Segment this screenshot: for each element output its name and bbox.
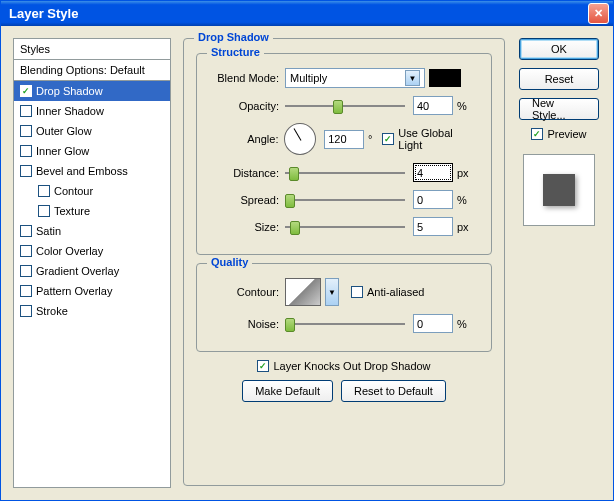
style-item-bevel-and-emboss[interactable]: Bevel and Emboss <box>14 161 170 181</box>
close-icon: ✕ <box>594 7 603 20</box>
spread-slider[interactable] <box>285 192 405 208</box>
style-item-label: Inner Glow <box>36 145 89 157</box>
checkbox-icon <box>20 165 32 177</box>
blend-mode-value: Multiply <box>290 72 327 84</box>
quality-group: Quality Contour: ▼ Anti-aliased Noise: <box>196 263 492 352</box>
style-item-satin[interactable]: Satin <box>14 221 170 241</box>
preview-checkbox[interactable]: Preview <box>531 128 586 140</box>
opacity-input[interactable]: 40 <box>413 96 453 115</box>
style-item-label: Satin <box>36 225 61 237</box>
style-item-color-overlay[interactable]: Color Overlay <box>14 241 170 261</box>
reset-default-button[interactable]: Reset to Default <box>341 380 446 402</box>
drop-shadow-group: Drop Shadow Structure Blend Mode: Multip… <box>183 38 505 486</box>
style-item-contour[interactable]: Contour <box>14 181 170 201</box>
style-item-label: Bevel and Emboss <box>36 165 128 177</box>
antialiased-label: Anti-aliased <box>367 286 424 298</box>
checkbox-icon <box>351 286 363 298</box>
style-item-inner-glow[interactable]: Inner Glow <box>14 141 170 161</box>
angle-dial[interactable] <box>284 123 316 155</box>
size-label: Size: <box>209 221 285 233</box>
quality-legend: Quality <box>207 256 252 268</box>
blend-mode-label: Blend Mode: <box>209 72 285 84</box>
make-default-button[interactable]: Make Default <box>242 380 333 402</box>
distance-slider[interactable] <box>285 165 405 181</box>
close-button[interactable]: ✕ <box>588 3 609 24</box>
style-item-label: Stroke <box>36 305 68 317</box>
styles-header[interactable]: Styles <box>14 39 170 60</box>
opacity-label: Opacity: <box>209 100 285 112</box>
checkbox-icon <box>257 360 269 372</box>
reset-button[interactable]: Reset <box>519 68 599 90</box>
style-item-pattern-overlay[interactable]: Pattern Overlay <box>14 281 170 301</box>
preview-label: Preview <box>547 128 586 140</box>
style-item-label: Pattern Overlay <box>36 285 112 297</box>
knockout-checkbox[interactable]: Layer Knocks Out Drop Shadow <box>257 360 430 372</box>
size-input[interactable]: 5 <box>413 217 453 236</box>
checkbox-icon <box>20 305 32 317</box>
checkbox-icon <box>38 205 50 217</box>
checkbox-icon <box>20 225 32 237</box>
style-item-label: Contour <box>54 185 93 197</box>
size-slider[interactable] <box>285 219 405 235</box>
window-title: Layer Style <box>5 6 78 21</box>
size-unit: px <box>457 221 469 233</box>
contour-picker[interactable] <box>285 278 321 306</box>
preview-square <box>543 174 575 206</box>
global-light-checkbox[interactable]: Use Global Light <box>382 127 479 151</box>
spread-label: Spread: <box>209 194 285 206</box>
preview-box <box>523 154 595 226</box>
style-item-label: Color Overlay <box>36 245 103 257</box>
distance-input[interactable]: 4 <box>413 163 453 182</box>
angle-label: Angle: <box>209 133 284 145</box>
noise-input[interactable]: 0 <box>413 314 453 333</box>
noise-slider[interactable] <box>285 316 405 332</box>
style-item-label: Texture <box>54 205 90 217</box>
style-item-label: Drop Shadow <box>36 85 103 97</box>
drop-shadow-legend: Drop Shadow <box>194 31 273 43</box>
opacity-unit: % <box>457 100 467 112</box>
main-panel: Drop Shadow Structure Blend Mode: Multip… <box>183 38 505 488</box>
style-item-texture[interactable]: Texture <box>14 201 170 221</box>
angle-input[interactable]: 120 <box>324 130 364 149</box>
checkbox-icon <box>20 285 32 297</box>
chevron-down-icon: ▼ <box>405 70 420 86</box>
checkbox-icon <box>382 133 394 145</box>
antialiased-checkbox[interactable]: Anti-aliased <box>351 286 424 298</box>
style-item-gradient-overlay[interactable]: Gradient Overlay <box>14 261 170 281</box>
titlebar[interactable]: Layer Style ✕ <box>1 1 613 26</box>
ok-button[interactable]: OK <box>519 38 599 60</box>
style-item-stroke[interactable]: Stroke <box>14 301 170 321</box>
blend-mode-select[interactable]: Multiply ▼ <box>285 68 425 88</box>
noise-unit: % <box>457 318 467 330</box>
opacity-slider[interactable] <box>285 98 405 114</box>
style-item-label: Outer Glow <box>36 125 92 137</box>
checkbox-icon <box>20 85 32 97</box>
angle-unit: ° <box>368 133 372 145</box>
checkbox-icon <box>20 265 32 277</box>
style-item-drop-shadow[interactable]: Drop Shadow <box>14 81 170 101</box>
checkbox-icon <box>531 128 543 140</box>
style-item-inner-shadow[interactable]: Inner Shadow <box>14 101 170 121</box>
contour-label: Contour: <box>209 286 285 298</box>
contour-dropdown[interactable]: ▼ <box>325 278 339 306</box>
global-light-label: Use Global Light <box>398 127 479 151</box>
spread-unit: % <box>457 194 467 206</box>
new-style-button[interactable]: New Style... <box>519 98 599 120</box>
style-item-outer-glow[interactable]: Outer Glow <box>14 121 170 141</box>
style-item-label: Inner Shadow <box>36 105 104 117</box>
knockout-label: Layer Knocks Out Drop Shadow <box>273 360 430 372</box>
distance-label: Distance: <box>209 167 285 179</box>
checkbox-icon <box>38 185 50 197</box>
structure-legend: Structure <box>207 46 264 58</box>
shadow-color-swatch[interactable] <box>429 69 461 87</box>
right-panel: OK Reset New Style... Preview <box>517 38 601 488</box>
blending-options[interactable]: Blending Options: Default <box>14 60 170 81</box>
spread-input[interactable]: 0 <box>413 190 453 209</box>
checkbox-icon <box>20 245 32 257</box>
distance-unit: px <box>457 167 469 179</box>
checkbox-icon <box>20 105 32 117</box>
checkbox-icon <box>20 125 32 137</box>
structure-group: Structure Blend Mode: Multiply ▼ Opacity… <box>196 53 492 255</box>
noise-label: Noise: <box>209 318 285 330</box>
layer-style-dialog: Layer Style ✕ Styles Blending Options: D… <box>0 0 614 501</box>
